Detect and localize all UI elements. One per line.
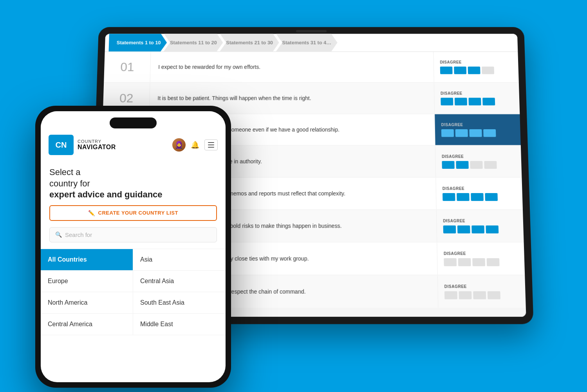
rating-block[interactable] [459, 291, 472, 299]
rating-block[interactable] [468, 67, 480, 74]
rating-block[interactable] [471, 193, 484, 201]
disagree-label: DISAGREE [443, 219, 465, 223]
cn-logo: CN [49, 135, 74, 155]
rating-block[interactable] [444, 291, 457, 299]
country-cell[interactable]: Asia [133, 249, 226, 271]
country-cell[interactable]: North America [41, 292, 133, 314]
heading-text: Select a country for expert advice and g… [49, 167, 217, 201]
disagree-label: DISAGREE [444, 284, 467, 288]
progress-step-3[interactable]: Statements 21 to 30 [220, 34, 279, 51]
rating-block[interactable] [485, 193, 498, 201]
rating-block[interactable] [441, 98, 453, 105]
question-rating: DISAGREE [437, 242, 525, 275]
progress-bar: Statements 1 to 10 Statements 11 to 20 S… [105, 34, 518, 52]
rating-block[interactable] [484, 161, 497, 169]
header-icons: 🧕 🔔 [172, 138, 218, 152]
question-rating: DISAGREE [434, 83, 520, 114]
rating-block[interactable] [487, 258, 500, 266]
menu-bar-1 [208, 142, 214, 143]
progress-step-4[interactable]: Statements 31 to 4… [276, 34, 338, 51]
rating-blocks [442, 161, 497, 169]
disagree-label: DISAGREE [443, 186, 465, 190]
rating-blocks [441, 129, 496, 137]
rating-blocks [441, 98, 495, 105]
rating-block[interactable] [440, 67, 453, 74]
rating-block[interactable] [473, 291, 486, 299]
question-rating: DISAGREE [434, 114, 521, 145]
disagree-label: DISAGREE [441, 123, 463, 127]
rating-block[interactable] [443, 225, 456, 233]
rating-block[interactable] [443, 193, 455, 201]
rating-block[interactable] [444, 258, 457, 266]
disagree-label: DISAGREE [442, 154, 464, 159]
question-row[interactable]: 01I expect to be rewarded for my own eff… [104, 52, 519, 82]
question-rating: DISAGREE [433, 52, 518, 82]
rating-block[interactable] [488, 291, 500, 299]
progress-step-2[interactable]: Statements 11 to 20 [164, 34, 223, 51]
question-rating: DISAGREE [436, 210, 524, 242]
question-rating: DISAGREE [435, 146, 522, 177]
question-rating: DISAGREE [437, 275, 526, 308]
question-text: I expect to be rewarded for my own effor… [150, 52, 434, 82]
rating-block[interactable] [482, 98, 495, 105]
rating-blocks [440, 67, 494, 74]
phone-device: CN COUNTRY NAVIGATOR 🧕 🔔 Select a countr… [35, 106, 231, 388]
country-cell[interactable]: All Countries [41, 249, 133, 271]
rating-block[interactable] [455, 98, 467, 105]
rating-block[interactable] [456, 161, 468, 169]
rating-block[interactable] [441, 129, 454, 137]
rating-block[interactable] [455, 129, 468, 137]
progress-step-1[interactable]: Statements 1 to 10 [108, 34, 167, 51]
rating-block[interactable] [471, 225, 484, 233]
brand-bottom: NAVIGATOR [78, 144, 168, 151]
rating-blocks [443, 225, 499, 233]
rating-blocks [444, 291, 500, 299]
disagree-label: DISAGREE [444, 251, 466, 255]
search-icon: 🔍 [55, 231, 62, 238]
brand-name: COUNTRY NAVIGATOR [78, 139, 168, 151]
rating-block[interactable] [458, 258, 471, 266]
disagree-label: DISAGREE [441, 91, 462, 96]
country-cell[interactable]: Central America [41, 314, 133, 335]
country-cell[interactable]: Central Asia [133, 271, 226, 292]
rating-block[interactable] [482, 67, 494, 74]
rating-block[interactable] [457, 225, 470, 233]
rating-blocks [444, 258, 499, 266]
question-number: 01 [104, 52, 151, 82]
search-placeholder: Search for [65, 231, 92, 238]
country-cell[interactable]: South East Asia [133, 292, 226, 314]
menu-bar-2 [208, 145, 214, 145]
avatar[interactable]: 🧕 [172, 138, 186, 152]
country-grid: All CountriesAsiaEuropeCentral AsiaNorth… [41, 249, 226, 335]
bell-icon[interactable]: 🔔 [190, 139, 200, 150]
rating-block[interactable] [470, 161, 482, 169]
tablet-camera [296, 30, 327, 33]
rating-block[interactable] [483, 129, 496, 137]
country-cell[interactable]: Europe [41, 271, 133, 292]
rating-block[interactable] [486, 225, 498, 233]
brand-top: COUNTRY [78, 139, 168, 144]
rating-block[interactable] [472, 258, 485, 266]
menu-bar-3 [208, 147, 214, 148]
create-country-list-button[interactable]: ✏️ CREATE YOUR COUNTRY LIST [49, 205, 217, 221]
menu-button[interactable] [204, 139, 218, 150]
search-box[interactable]: 🔍 Search for [49, 227, 217, 242]
phone-notch [110, 117, 157, 128]
rating-block[interactable] [469, 129, 482, 137]
rating-block[interactable] [442, 161, 454, 169]
disagree-label: DISAGREE [440, 60, 462, 64]
phone-screen: CN COUNTRY NAVIGATOR 🧕 🔔 Select a countr… [41, 111, 226, 382]
question-rating: DISAGREE [435, 178, 523, 209]
phone-body: Select a country for expert advice and g… [41, 161, 226, 249]
rating-blocks [443, 193, 498, 201]
rating-block[interactable] [457, 193, 470, 201]
country-cell[interactable]: Middle East [133, 314, 226, 335]
pencil-icon: ✏️ [88, 210, 95, 216]
rating-block[interactable] [468, 98, 481, 105]
rating-block[interactable] [454, 67, 466, 74]
